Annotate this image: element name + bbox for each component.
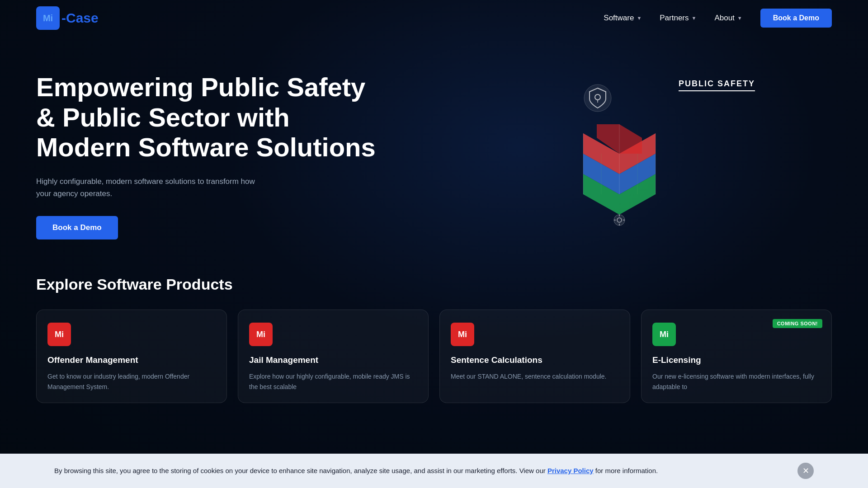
cookie-text: By browsing this site, you agree to the … (54, 466, 779, 476)
products-section: Explore Software Products Mi Offender Ma… (0, 267, 868, 421)
mi-badge-elicensing: Mi (652, 323, 676, 346)
section-title: Explore Software Products (36, 276, 832, 293)
product-name-sentence: Sentence Calculations (451, 355, 619, 365)
nav-partners-label: Partners (660, 14, 689, 23)
product-name-elicensing: E-Licensing (652, 355, 821, 365)
product-card-elicensing[interactable]: Mi COMING SOON! E-Licensing Our new e-li… (641, 310, 832, 403)
nav-item-software[interactable]: Software ▼ (604, 14, 642, 23)
mi-badge-sentence: Mi (451, 323, 474, 346)
product-desc-elicensing: Our new e-licensing software with modern… (652, 371, 821, 392)
product-card-sentence[interactable]: Mi Sentence Calculations Meet our STAND … (439, 310, 630, 403)
product-desc-sentence: Meet our STAND ALONE, sentence calculati… (451, 371, 619, 381)
chevron-down-icon: ▼ (737, 15, 742, 21)
nav-book-demo-button[interactable]: Book a Demo (760, 9, 832, 28)
logo-case-text: -Case (61, 10, 99, 26)
products-grid: Mi Offender Management Get to know our i… (36, 310, 832, 403)
navbar: Mi -Case Software ▼ Partners ▼ About ▼ B… (0, 0, 868, 36)
nav-item-about[interactable]: About ▼ (714, 14, 742, 23)
logo-icon: Mi (36, 6, 60, 30)
hero-visual: PUBLIC SAFETY (425, 75, 832, 237)
nav-item-partners[interactable]: Partners ▼ (660, 14, 696, 23)
privacy-policy-link[interactable]: Privacy Policy (547, 467, 594, 474)
product-card-offender[interactable]: Mi Offender Management Get to know our i… (36, 310, 227, 403)
chevron-down-icon: ▼ (637, 15, 642, 21)
nav-links: Software ▼ Partners ▼ About ▼ Book a Dem… (604, 9, 832, 28)
hero-subtitle: Highly configurable, modern software sol… (36, 175, 262, 200)
logo[interactable]: Mi -Case (36, 6, 99, 30)
shield-icon (583, 84, 612, 113)
product-name-jail: Jail Management (249, 355, 417, 365)
nav-software-label: Software (604, 14, 634, 23)
hero-book-demo-button[interactable]: Book a Demo (36, 216, 118, 239)
product-name-offender: Offender Management (47, 355, 216, 365)
hero-title: Empowering Public Safety & Public Sector… (36, 72, 389, 163)
hex-3d-graphic (565, 102, 674, 228)
cookie-banner: By browsing this site, you agree to the … (0, 454, 868, 488)
hero-content: Empowering Public Safety & Public Sector… (36, 72, 389, 239)
mi-badge-offender: Mi (47, 323, 71, 346)
product-desc-jail: Explore how our highly configurable, mob… (249, 371, 417, 392)
public-safety-label: PUBLIC SAFETY (679, 79, 755, 91)
nav-about-label: About (714, 14, 734, 23)
coming-soon-badge: COMING SOON! (773, 319, 822, 328)
cookie-close-button[interactable]: ✕ (797, 463, 814, 479)
chevron-down-icon: ▼ (692, 15, 697, 21)
close-icon: ✕ (802, 466, 809, 476)
product-card-jail[interactable]: Mi Jail Management Explore how our highl… (238, 310, 429, 403)
hero-section: Empowering Public Safety & Public Sector… (0, 36, 868, 267)
product-desc-offender: Get to know our industry leading, modern… (47, 371, 216, 392)
mi-badge-jail: Mi (249, 323, 273, 346)
